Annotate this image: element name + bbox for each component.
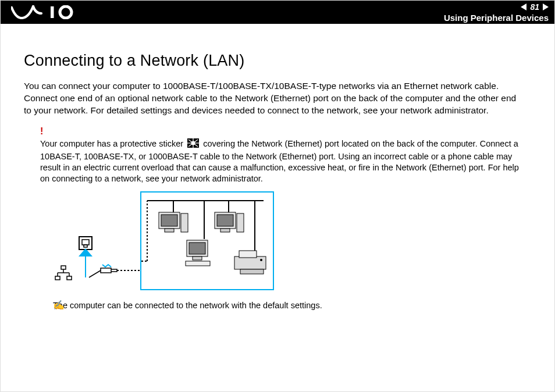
svg-rect-34 xyxy=(237,213,244,232)
svg-rect-28 xyxy=(161,215,177,226)
svg-rect-40 xyxy=(239,251,257,258)
page-navigator: 81 xyxy=(521,2,549,12)
svg-rect-29 xyxy=(165,229,174,232)
warning-block: ! Your computer has a protective sticker… xyxy=(24,127,524,185)
connector-illustration xyxy=(53,203,140,290)
next-page-icon[interactable] xyxy=(543,3,549,10)
svg-rect-17 xyxy=(67,276,72,280)
note-icon: ✍ xyxy=(53,300,65,311)
page-title: Connecting to a Network (LAN) xyxy=(24,52,524,70)
svg-line-18 xyxy=(89,270,101,277)
svg-rect-38 xyxy=(186,261,210,266)
svg-rect-39 xyxy=(234,256,266,269)
svg-rect-0 xyxy=(51,6,54,18)
intro-paragraph: You can connect your computer to 1000BAS… xyxy=(24,80,524,117)
svg-rect-10 xyxy=(84,245,87,247)
svg-rect-41 xyxy=(240,269,264,274)
svg-rect-11 xyxy=(61,266,66,269)
prev-page-icon[interactable] xyxy=(521,3,526,10)
note-text: The computer can be connected to the net… xyxy=(40,301,524,310)
page-content: Connecting to a Network (LAN) You can co… xyxy=(1,24,554,322)
vaio-logo xyxy=(11,5,75,19)
manual-page: 81 Using Peripheral Devices Connecting t… xyxy=(0,0,555,392)
svg-rect-30 xyxy=(181,213,188,232)
header-right: 81 Using Peripheral Devices xyxy=(444,2,549,23)
warning-text: Your computer has a protective sticker c… xyxy=(40,127,524,185)
svg-rect-9 xyxy=(82,240,89,245)
svg-point-42 xyxy=(260,259,262,261)
svg-point-7 xyxy=(191,141,195,145)
warning-icon: ! xyxy=(40,126,43,137)
svg-rect-37 xyxy=(193,256,202,260)
svg-rect-33 xyxy=(220,229,230,232)
network-diagram xyxy=(24,191,524,290)
svg-rect-32 xyxy=(217,215,233,226)
svg-rect-36 xyxy=(189,243,205,254)
svg-rect-16 xyxy=(55,276,60,280)
svg-point-1 xyxy=(60,6,72,18)
note-block: ✍ The computer can be connected to the n… xyxy=(24,301,524,310)
page-header: 81 Using Peripheral Devices xyxy=(1,1,554,24)
warning-text-before: Your computer has a protective sticker xyxy=(40,139,186,148)
section-title: Using Peripheral Devices xyxy=(444,13,549,23)
sticker-icon xyxy=(187,138,200,151)
lan-topology-box xyxy=(140,191,274,290)
page-number: 81 xyxy=(530,2,539,12)
